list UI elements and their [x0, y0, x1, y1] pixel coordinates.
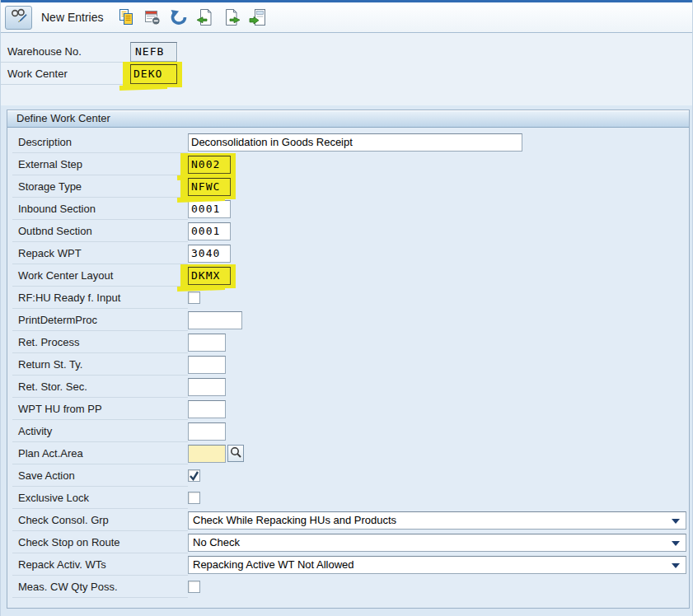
ret-stor-sec-field[interactable]	[188, 378, 226, 396]
inbound-section-row: Inbound Section	[12, 198, 689, 220]
rf-hu-ready-row: RF:HU Ready f. Input	[12, 287, 689, 309]
ret-stor-sec-row: Ret. Stor. Sec.	[12, 376, 689, 398]
delete-entry-icon[interactable]	[142, 7, 162, 28]
define-work-center-groupbox: Define Work Center Description External …	[7, 110, 690, 609]
work-center-highlight	[130, 64, 177, 84]
display-change-icon	[10, 7, 28, 28]
work-center-layout-highlight	[188, 267, 231, 285]
search-icon	[229, 446, 242, 462]
work-center-field[interactable]	[130, 64, 177, 84]
check-consol-grp-label: Check Consol. Grp	[12, 509, 188, 531]
ret-process-field[interactable]	[188, 334, 226, 352]
activity-field[interactable]	[188, 422, 226, 441]
outbnd-section-row: Outbnd Section	[12, 220, 689, 242]
toolbar-icon-group	[115, 7, 268, 28]
repack-activ-wts-dropdown[interactable]: Repacking Active WT Not Allowed	[188, 556, 686, 574]
copy-entries-icon[interactable]	[115, 7, 136, 28]
external-step-label: External Step	[12, 153, 188, 175]
storage-type-row: Storage Type	[12, 175, 689, 198]
return-st-ty-row: Return St. Ty.	[12, 353, 689, 376]
meas-cw-qty-poss-row: Meas. CW Qty Poss.	[12, 576, 689, 598]
wpt-hu-from-pp-field[interactable]	[188, 400, 226, 418]
screen-title: New Entries	[41, 11, 103, 24]
exclusive-lock-label: Exclusive Lock	[12, 487, 188, 509]
outbnd-section-label: Outbnd Section	[12, 220, 188, 242]
return-st-ty-label: Return St. Ty.	[12, 353, 188, 376]
work-center-layout-label: Work Center Layout	[12, 264, 188, 287]
description-label: Description	[12, 131, 188, 153]
warehouse-no-label: Warehouse No.	[1, 40, 124, 63]
check-consol-grp-row: Check Consol. Grp Check While Repacking …	[12, 509, 689, 531]
repack-wpt-label: Repack WPT	[12, 242, 188, 264]
check-consol-grp-value: Check While Repacking HUs and Products	[193, 514, 396, 526]
plan-act-area-label: Plan Act.Area	[12, 442, 188, 464]
ret-stor-sec-label: Ret. Stor. Sec.	[12, 376, 188, 398]
description-row: Description	[12, 131, 689, 153]
storage-type-label: Storage Type	[12, 175, 188, 198]
save-action-checkbox[interactable]	[188, 469, 200, 482]
repack-activ-wts-row: Repack Activ. WTs Repacking Active WT No…	[12, 553, 689, 576]
next-entry-icon[interactable]	[221, 7, 241, 28]
work-center-layout-field[interactable]	[188, 267, 231, 285]
warehouse-no-row: Warehouse No. NEFB	[1, 40, 693, 63]
description-field[interactable]	[188, 133, 522, 152]
check-stop-on-route-dropdown[interactable]: No Check	[188, 534, 686, 552]
work-center-layout-row: Work Center Layout	[12, 264, 689, 287]
ret-process-row: Ret. Process	[12, 331, 689, 353]
print-determ-proc-label: PrintDetermProc	[12, 309, 188, 331]
wpt-hu-from-pp-label: WPT HU from PP	[12, 398, 188, 420]
meas-cw-qty-poss-checkbox[interactable]	[188, 581, 200, 593]
plan-act-area-row: Plan Act.Area	[12, 442, 689, 464]
repack-activ-wts-value: Repacking Active WT Not Allowed	[193, 558, 354, 571]
repack-wpt-field[interactable]	[188, 245, 231, 263]
check-stop-on-route-value: No Check	[193, 536, 240, 548]
activity-label: Activity	[12, 420, 188, 442]
inbound-section-field[interactable]	[188, 200, 231, 218]
repack-activ-wts-label: Repack Activ. WTs	[12, 553, 188, 576]
repack-wpt-row: Repack WPT	[12, 242, 689, 264]
save-action-label: Save Action	[12, 464, 188, 487]
storage-type-field[interactable]	[188, 178, 231, 196]
external-step-highlight	[188, 156, 231, 174]
application-toolbar: New Entries	[1, 2, 693, 33]
ret-process-label: Ret. Process	[12, 331, 188, 353]
outbnd-section-field[interactable]	[188, 222, 231, 240]
work-center-label: Work Center	[1, 63, 124, 85]
inbound-section-label: Inbound Section	[12, 198, 188, 220]
previous-entry-icon[interactable]	[194, 7, 215, 28]
plan-act-area-field[interactable]	[188, 445, 226, 463]
return-st-ty-field[interactable]	[188, 356, 226, 374]
external-step-field[interactable]	[188, 156, 231, 174]
check-stop-on-route-row: Check Stop on Route No Check	[12, 531, 689, 553]
storage-type-highlight	[188, 178, 231, 196]
exclusive-lock-checkbox[interactable]	[188, 492, 200, 504]
print-determ-proc-row: PrintDetermProc	[12, 309, 689, 331]
display-change-button[interactable]	[5, 6, 32, 30]
check-consol-grp-dropdown[interactable]: Check While Repacking HUs and Products	[188, 511, 686, 530]
activity-row: Activity	[12, 420, 689, 442]
undo-icon[interactable]	[168, 7, 189, 28]
external-step-row: External Step	[12, 153, 689, 175]
groupbox-title: Define Work Center	[7, 110, 689, 128]
meas-cw-qty-poss-label: Meas. CW Qty Poss.	[12, 576, 188, 598]
wpt-hu-from-pp-row: WPT HU from PP	[12, 398, 689, 420]
print-determ-proc-field[interactable]	[188, 311, 242, 329]
rf-hu-ready-checkbox[interactable]	[188, 292, 200, 304]
save-action-row: Save Action	[12, 464, 689, 487]
work-center-row: Work Center	[1, 63, 693, 85]
warehouse-no-field: NEFB	[130, 42, 177, 62]
check-stop-on-route-label: Check Stop on Route	[12, 531, 188, 553]
plan-act-area-search-button[interactable]	[227, 445, 244, 462]
exclusive-lock-row: Exclusive Lock	[12, 487, 689, 509]
rf-hu-ready-label: RF:HU Ready f. Input	[12, 287, 188, 309]
header-fields-panel: Warehouse No. NEFB Work Center	[1, 33, 693, 105]
other-entry-icon[interactable]	[247, 7, 268, 28]
